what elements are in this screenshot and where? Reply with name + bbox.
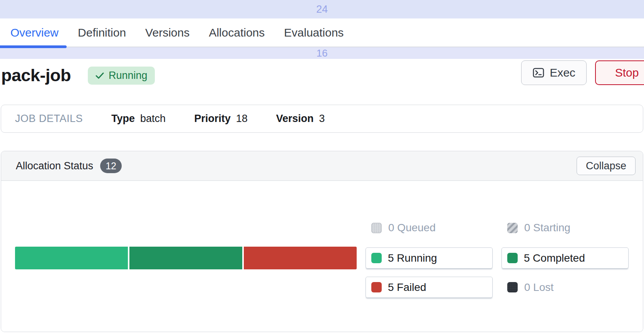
- tab-allocations[interactable]: Allocations: [209, 26, 265, 39]
- tab-evaluations[interactable]: Evaluations: [284, 26, 344, 39]
- tab-bar: Overview Definition Versions Allocations…: [0, 18, 644, 47]
- completed-swatch-icon: [507, 253, 518, 263]
- legend-item-completed[interactable]: 5 Completed: [501, 247, 629, 269]
- job-detail-version-label: Version: [276, 113, 314, 125]
- legend-item-lost: 0 Lost: [501, 277, 629, 298]
- job-detail-priority-label: Priority: [194, 113, 231, 125]
- bar-segment-completed[interactable]: [129, 247, 242, 269]
- collapse-button[interactable]: Collapse: [577, 157, 636, 175]
- job-details-heading: JOB DETAILS: [15, 113, 83, 125]
- bar-segment-failed[interactable]: [244, 247, 357, 269]
- job-detail-priority-value: 18: [236, 113, 248, 125]
- job-detail-type-value: batch: [140, 113, 166, 125]
- allocation-status-header: Allocation Status 12 Collapse: [1, 151, 643, 181]
- page-header: pack-job Running Exec Stop: [0, 59, 644, 96]
- job-detail-type: Type batch: [111, 113, 166, 125]
- page-title: pack-job: [1, 65, 71, 85]
- check-icon: [95, 71, 104, 80]
- legend-row-2: 5 Running 5 Completed: [366, 247, 629, 269]
- legend-item-queued: 0 Queued: [366, 222, 493, 234]
- annotation-bar-middle: 16: [0, 47, 644, 59]
- collapse-button-label: Collapse: [586, 160, 626, 172]
- legend-item-running[interactable]: 5 Running: [366, 247, 493, 269]
- tab-definition[interactable]: Definition: [78, 26, 126, 39]
- title-row: pack-job Running: [1, 59, 155, 92]
- legend-completed-label: 5 Completed: [524, 252, 585, 264]
- annotation-value-middle: 16: [317, 47, 328, 59]
- allocation-status-body: 0 Queued 0 Starting 5 Running 5 Complete…: [1, 181, 643, 332]
- job-detail-version-value: 3: [319, 113, 325, 125]
- allocation-stacked-bar: [15, 247, 357, 269]
- job-detail-version: Version 3: [276, 113, 325, 125]
- exec-button[interactable]: Exec: [521, 60, 587, 85]
- legend-row-1: 0 Queued 0 Starting: [366, 222, 629, 234]
- queued-swatch-icon: [371, 223, 382, 233]
- legend-queued-label: 0 Queued: [388, 222, 436, 234]
- allocation-count-badge: 12: [100, 159, 122, 173]
- stop-button[interactable]: Stop: [595, 60, 644, 85]
- legend-item-starting: 0 Starting: [501, 222, 629, 234]
- annotation-bar-top: 24: [0, 0, 644, 18]
- legend-row-3: 5 Failed 0 Lost: [366, 277, 629, 298]
- stop-button-label: Stop: [615, 66, 639, 79]
- allocation-status-card: Allocation Status 12 Collapse 0 Queued 0…: [1, 151, 643, 332]
- job-detail-priority: Priority 18: [194, 113, 248, 125]
- job-details-card: JOB DETAILS Type batch Priority 18 Versi…: [1, 105, 643, 133]
- exec-button-label: Exec: [550, 66, 575, 79]
- tab-versions[interactable]: Versions: [145, 26, 190, 39]
- legend-starting-label: 0 Starting: [524, 222, 570, 234]
- legend-lost-label: 0 Lost: [524, 281, 553, 294]
- lost-swatch-icon: [507, 282, 518, 292]
- active-tab-underline: [0, 45, 67, 48]
- running-swatch-icon: [371, 253, 382, 263]
- annotation-value-top: 24: [316, 3, 328, 15]
- bar-segment-running[interactable]: [15, 247, 128, 269]
- job-detail-type-label: Type: [111, 113, 135, 125]
- legend-item-failed[interactable]: 5 Failed: [366, 277, 493, 298]
- legend-running-label: 5 Running: [388, 252, 437, 264]
- status-badge-label: Running: [109, 70, 148, 82]
- tab-overview[interactable]: Overview: [10, 26, 59, 39]
- starting-swatch-icon: [507, 223, 518, 233]
- allocation-status-title: Allocation Status: [16, 160, 93, 172]
- terminal-icon: [532, 67, 545, 79]
- status-badge: Running: [88, 67, 155, 85]
- failed-swatch-icon: [371, 282, 382, 292]
- legend-failed-label: 5 Failed: [388, 281, 426, 294]
